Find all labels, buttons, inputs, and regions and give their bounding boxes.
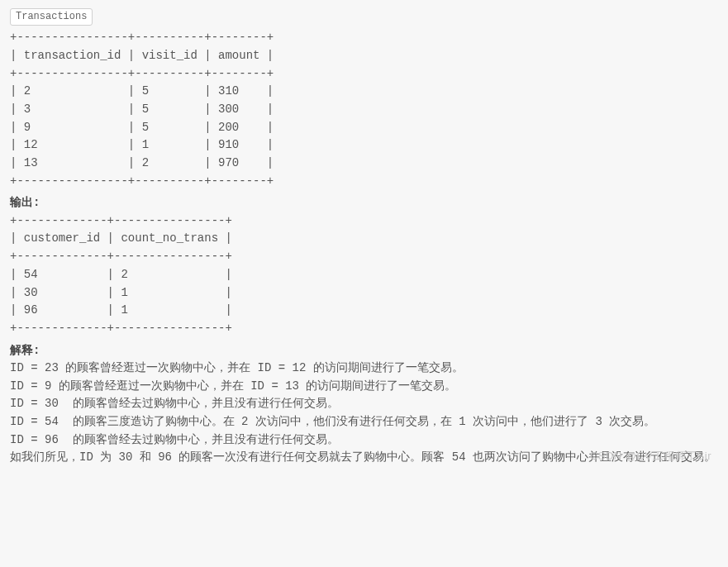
explain-section-label: 解释: (10, 341, 718, 360)
transactions-table-label: Transactions (10, 8, 93, 26)
explain-line: ID = 23 的顾客曾经逛过一次购物中心，并在 ID = 12 的访问期间进行… (10, 360, 718, 378)
output-ascii-table: +-------------+----------------+ | custo… (10, 212, 718, 338)
explain-line: ID = 9 的顾客曾经逛过一次购物中心，并在 ID = 13 的访问期间进行了… (10, 378, 718, 396)
explain-line: ID = 96 的顾客曾经去过购物中心，并且没有进行任何交易。 (10, 431, 718, 450)
watermark-text: CSDN @CV工程师丁Sir (590, 448, 711, 465)
explain-line: ID = 54 的顾客三度造访了购物中心。在 2 次访问中，他们没有进行任何交易… (10, 413, 718, 431)
explain-line: ID = 30 的顾客曾经去过购物中心，并且没有进行任何交易。 (10, 395, 718, 413)
transactions-ascii-table: +----------------+----------+--------+ |… (10, 29, 718, 190)
output-section-label: 输出: (10, 193, 718, 212)
